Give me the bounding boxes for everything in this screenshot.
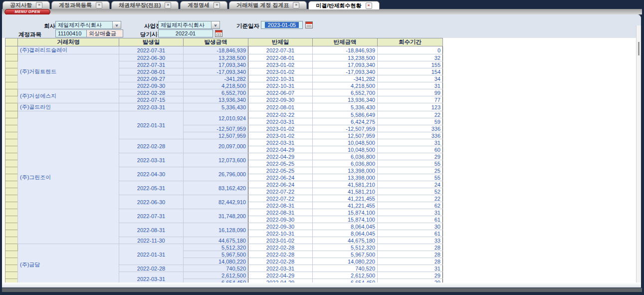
settle-amount-cell[interactable]: 6,552,700 xyxy=(313,89,378,96)
settle-date-cell[interactable]: 2023-01-02 xyxy=(248,61,313,68)
row-selector[interactable] xyxy=(5,103,18,111)
collection-period-cell[interactable]: 24 xyxy=(378,181,443,188)
close-icon[interactable]: × xyxy=(36,2,42,8)
calendar-icon[interactable] xyxy=(305,21,313,28)
collection-period-cell[interactable]: 33 xyxy=(378,237,443,244)
row-selector[interactable] xyxy=(5,174,18,181)
collection-period-cell[interactable]: 29 xyxy=(378,272,443,279)
row-selector[interactable] xyxy=(5,146,18,153)
chevron-down-icon[interactable]: v xyxy=(112,21,121,28)
collection-period-cell[interactable]: 55 xyxy=(378,174,443,181)
row-selector[interactable] xyxy=(5,251,18,258)
settle-amount-cell[interactable]: 5,336,430 xyxy=(313,103,378,111)
settle-amount-cell[interactable]: 8,064,045 xyxy=(313,230,378,237)
settle-date-cell[interactable]: 2022-02-28 xyxy=(248,244,313,251)
row-selector[interactable] xyxy=(5,118,18,125)
row-selector[interactable] xyxy=(5,167,18,174)
tab-5[interactable]: 거래처별 계정 집계표× xyxy=(229,1,307,9)
collection-period-cell[interactable]: 28 xyxy=(378,258,443,265)
settle-amount-cell[interactable]: 13,398,000 xyxy=(313,167,378,174)
row-selector[interactable] xyxy=(5,54,18,61)
row-selector[interactable] xyxy=(5,111,18,118)
row-selector[interactable] xyxy=(5,202,18,209)
occur-date-cell[interactable]: 2022-03-31 xyxy=(119,153,184,167)
collection-period-cell[interactable]: 336 xyxy=(378,132,443,139)
row-selector[interactable] xyxy=(5,125,18,132)
site-select[interactable]: 제일제지주식회사 v xyxy=(158,21,220,29)
collection-period-cell[interactable]: 0 xyxy=(378,46,443,54)
collection-period-cell[interactable]: 31 xyxy=(378,265,443,272)
occur-date-cell[interactable]: 2022-07-31 xyxy=(119,61,184,68)
tab-3[interactable]: 채권채무장(전표)× xyxy=(111,1,179,9)
collection-period-cell[interactable]: 77 xyxy=(378,96,443,103)
close-icon[interactable]: × xyxy=(214,2,220,8)
settle-amount-cell[interactable]: -341,282 xyxy=(313,75,378,82)
close-icon[interactable]: × xyxy=(293,2,299,8)
period-input[interactable]: 2022-01 xyxy=(158,29,213,37)
row-selector[interactable] xyxy=(5,244,18,251)
customer-name-cell[interactable]: (주)거림트렌드 xyxy=(18,54,119,89)
occur-amount-cell[interactable]: 44,675,180 xyxy=(184,237,248,244)
occur-date-cell[interactable]: 2022-08-01 xyxy=(119,68,184,75)
row-selector[interactable] xyxy=(5,75,18,82)
row-selector[interactable] xyxy=(5,188,18,195)
settle-amount-cell[interactable]: 13,238,500 xyxy=(313,54,378,61)
occur-amount-cell[interactable]: 6,552,700 xyxy=(184,89,248,96)
occur-amount-cell[interactable]: -341,282 xyxy=(184,75,248,82)
close-icon[interactable]: × xyxy=(366,2,372,9)
settle-amount-cell[interactable]: 14,080,220 xyxy=(313,258,378,265)
settle-date-cell[interactable]: 2022-03-31 xyxy=(248,139,313,146)
customer-name-cell[interactable]: (주)그린조이 xyxy=(18,111,119,244)
occur-date-cell[interactable]: 2022-07-31 xyxy=(119,46,184,54)
occur-date-cell[interactable]: 2022-01-31 xyxy=(119,244,184,265)
settle-date-cell[interactable]: 2022-10-31 xyxy=(248,82,313,89)
occur-amount-cell[interactable]: 740,520 xyxy=(184,265,248,272)
settle-date-cell[interactable]: 2023-01-02 xyxy=(248,132,313,139)
occur-amount-cell[interactable]: 12,010,924 xyxy=(184,111,248,125)
table-row[interactable]: (주)거성에스지2022-02-286,552,7002022-06-076,5… xyxy=(5,89,443,96)
occur-date-cell[interactable]: 2022-04-30 xyxy=(119,167,184,181)
table-row[interactable]: (주)골드라인2022-03-315,336,4302022-08-015,33… xyxy=(5,103,443,111)
account-name-field[interactable]: 외상매출금 xyxy=(86,29,123,37)
collection-period-cell[interactable]: 31 xyxy=(378,139,443,146)
occur-date-cell[interactable]: 2022-09-30 xyxy=(119,82,184,89)
settle-amount-cell[interactable]: 41,221,455 xyxy=(313,202,378,209)
settle-amount-cell[interactable]: 740,520 xyxy=(313,265,378,272)
settle-date-cell[interactable]: 2022-02-28 xyxy=(248,258,313,265)
settle-date-cell[interactable]: 2022-06-24 xyxy=(248,181,313,188)
occur-amount-cell[interactable]: 13,936,340 xyxy=(184,96,248,103)
settle-date-cell[interactable]: 2022-08-01 xyxy=(248,54,313,61)
settle-amount-cell[interactable]: 10,048,500 xyxy=(313,139,378,146)
occur-date-cell[interactable]: 2022-05-31 xyxy=(119,181,184,195)
settle-date-cell[interactable]: 2022-08-01 xyxy=(248,103,313,111)
occur-amount-cell[interactable]: -12,507,959 xyxy=(184,125,248,132)
settle-date-cell[interactable]: 2022-06-24 xyxy=(248,174,313,181)
occur-date-cell[interactable]: 2022-03-31 xyxy=(119,103,184,111)
settle-amount-cell[interactable]: 6,036,800 xyxy=(313,153,378,160)
settle-amount-cell[interactable]: 41,221,455 xyxy=(313,195,378,202)
settle-date-cell[interactable]: 2022-04-29 xyxy=(248,272,313,279)
occur-amount-cell[interactable]: 83,162,420 xyxy=(184,181,248,195)
tab-4[interactable]: 계정명세× xyxy=(180,1,227,9)
row-selector[interactable] xyxy=(5,82,18,89)
collection-period-cell[interactable]: 154 xyxy=(378,68,443,75)
collection-period-cell[interactable]: 123 xyxy=(378,103,443,111)
tab-2[interactable]: 계정과목등록× xyxy=(51,1,110,9)
settle-amount-cell[interactable]: 12,507,959 xyxy=(313,132,378,139)
settle-date-cell[interactable]: 2022-04-29 xyxy=(248,146,313,153)
tab-6[interactable]: 미결/반제회수현황× xyxy=(308,1,379,9)
collection-period-cell[interactable]: 61 xyxy=(378,216,443,223)
account-code-input[interactable]: 11100410 xyxy=(55,29,87,37)
settle-amount-cell[interactable]: 2,612,500 xyxy=(313,272,378,279)
row-selector[interactable] xyxy=(5,237,18,244)
customer-name-cell[interactable]: (주)갤러리드슬레이 xyxy=(18,46,119,54)
row-selector[interactable] xyxy=(5,153,18,160)
calendar-icon[interactable] xyxy=(215,30,222,37)
tab-1[interactable]: 공지사항× xyxy=(2,1,50,9)
settle-date-cell[interactable]: 2022-04-29 xyxy=(248,153,313,160)
row-selector[interactable] xyxy=(5,258,18,265)
collection-period-cell[interactable]: 99 xyxy=(378,89,443,96)
settle-amount-cell[interactable]: 5,967,500 xyxy=(313,251,378,258)
row-selector[interactable] xyxy=(5,46,18,54)
occur-date-cell[interactable]: 2022-07-31 xyxy=(119,209,184,223)
